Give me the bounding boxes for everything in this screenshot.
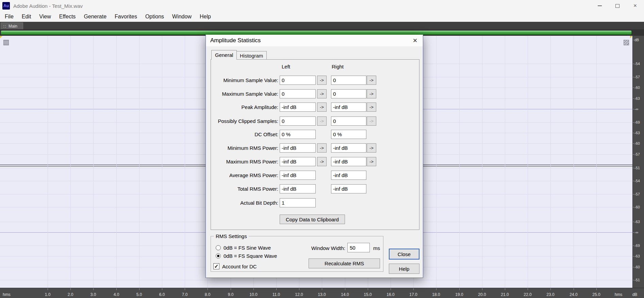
selection-marker-right[interactable] [630,36,632,38]
stat-value-right[interactable]: -inf dB [331,103,366,112]
menu-item-effects[interactable]: Effects [55,12,80,22]
stat-value-left[interactable]: -inf dB [280,143,316,153]
menu-item-edit[interactable]: Edit [18,12,35,22]
navigate-left-marker-button[interactable]: -> [317,76,327,85]
navigate-left-marker-button[interactable]: -> [317,89,327,98]
stat-value-left[interactable]: 0 [280,89,316,98]
stat-value-left[interactable]: 1 [280,198,316,207]
amplitude-ruler-label: -60 [634,85,640,90]
tab-general[interactable]: General [211,50,237,60]
navigate-right-marker-button[interactable]: -> [367,116,376,126]
window-controls: × [591,0,644,12]
ruler-tick [116,288,117,290]
help-button[interactable]: Help [389,264,419,274]
amplitude-ruler[interactable]: dB-54-57-60-63-∞-69-63-60-57-51-54-57-60… [632,36,644,288]
ruler-tick [633,133,634,133]
menu-item-favorites[interactable]: Favorites [111,12,141,22]
time-ruler-label: 10.0 [249,292,257,297]
navigate-right-marker-button[interactable]: -> [367,103,376,112]
window-close-button[interactable]: × [626,0,644,12]
account-for-dc-checkbox[interactable]: ✓ [213,263,219,269]
stat-value-right[interactable]: -inf dB [331,171,366,180]
stat-value-right[interactable]: 0 % [331,130,366,139]
stat-row: Minimum RMS Power:-inf dB->-inf dB-> [211,143,419,153]
copy-data-button[interactable]: Copy Data to Clipboard [280,215,345,224]
amplitude-ruler-label: -54 [634,179,640,183]
grid-line-vertical [505,36,505,288]
menu-item-help[interactable]: Help [196,12,215,22]
time-ruler-label: 9.0 [228,292,234,297]
amplitude-ruler-label: -63 [634,96,640,100]
maximize-button[interactable] [609,0,626,12]
navigate-right-marker-button[interactable]: -> [367,76,376,85]
navigate-right-marker-button[interactable]: -> [367,89,376,98]
ruler-tick [505,288,505,290]
stat-row: Minimum Sample Value:0->0-> [211,76,419,85]
ruler-tick [633,168,634,168]
stat-value-left[interactable]: 0 [280,76,316,85]
navigate-right-marker-button[interactable]: -> [367,143,376,153]
timeline-ruler[interactable]: hms1.02.03.04.05.06.07.08.09.010.011.012… [0,288,644,298]
stat-value-right[interactable]: 0 [331,89,366,98]
window-width-input[interactable] [347,243,370,252]
amplitude-ruler-label: dB [634,38,639,42]
dialog-title-bar: Amplitude Statistics ✕ [206,35,423,46]
time-ruler-label: hms [615,292,623,297]
close-button[interactable]: Close [389,249,419,260]
view-corner-handle-left[interactable] [3,40,9,45]
ruler-tick [633,143,634,144]
navigate-left-marker-button[interactable]: -> [317,157,327,166]
menu-item-view[interactable]: View [35,12,55,22]
recalculate-rms-button[interactable]: Recalculate RMS [309,258,380,268]
navigate-right-marker-button[interactable]: -> [367,157,376,166]
ruler-tick [633,109,634,109]
stat-value-right[interactable]: 0 [331,116,366,126]
radio-fs-sine-wave-label[interactable]: 0dB = FS Sine Wave [224,245,271,251]
stat-value-left[interactable]: -inf dB [280,103,316,112]
amplitude-ruler-label: -∞ [634,107,639,111]
menu-item-window[interactable]: Window [168,12,196,22]
stat-value-left[interactable]: -inf dB [280,184,316,193]
stat-value-left[interactable]: 0 [280,116,316,126]
dialog-close-button[interactable]: ✕ [410,36,420,45]
time-ruler-label: 13.0 [318,292,326,297]
stat-value-right[interactable]: 0 [331,76,366,85]
time-ruler-label: 22.0 [524,292,531,297]
grid-line-horizontal [0,280,632,280]
selection-marker-left[interactable] [0,36,2,38]
navigate-left-marker-button[interactable]: -> [317,103,327,112]
navigate-left-marker-button[interactable]: -> [317,143,327,153]
amplitude-ruler-label: -54 [634,62,640,66]
tab-histogram[interactable]: Histogram [236,51,267,60]
minimize-button[interactable] [591,0,609,12]
menu-item-generate[interactable]: Generate [80,12,111,22]
amplitude-ruler-label: -51 [634,278,640,282]
maximize-icon [615,4,620,8]
menu-item-options[interactable]: Options [141,12,168,22]
stat-value-right[interactable]: -inf dB [331,184,366,193]
time-ruler-label: 8.0 [205,292,211,297]
account-for-dc-label[interactable]: Account for DC [222,264,257,269]
time-ruler-label: 3.0 [90,292,96,297]
stat-value-left[interactable]: 0 % [280,130,316,139]
radio-fs-square-wave[interactable] [216,253,221,258]
amplitude-ruler-label: -60 [634,141,640,145]
amplitude-ruler-label: -63 [634,220,640,224]
stat-row: DC Offset:0 %0 % [211,130,419,139]
radio-fs-sine-wave[interactable] [216,245,221,250]
stat-value-right[interactable]: -inf dB [331,143,366,153]
view-corner-handle-right[interactable] [624,40,629,45]
stat-value-left[interactable]: -inf dB [280,171,316,180]
radio-fs-square-wave-label[interactable]: 0dB = FS Square Wave [224,253,277,259]
minimize-icon [598,5,602,6]
ruler-tick [528,288,528,290]
tab-main[interactable]: :: Main [1,22,23,29]
stat-value-right[interactable]: -inf dB [331,157,366,166]
navigate-left-marker-button[interactable]: -> [317,116,327,126]
ruler-tick [253,288,254,290]
stat-value-left[interactable]: -inf dB [280,157,316,166]
amplitude-ruler-label: -∞ [634,230,639,234]
menu-item-file[interactable]: File [1,12,18,22]
stat-label: Minimum Sample Value: [213,76,278,85]
grid-line-vertical [436,36,436,288]
